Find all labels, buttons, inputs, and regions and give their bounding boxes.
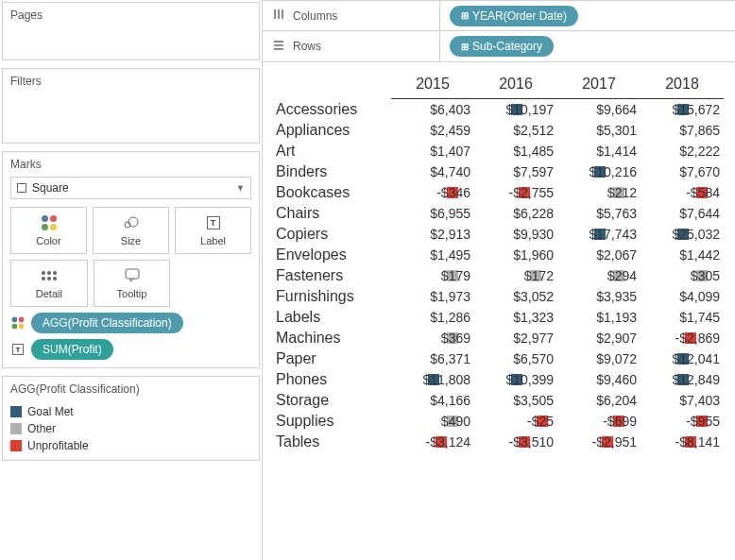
data-cell[interactable]: $2,459 <box>391 120 474 141</box>
row-header[interactable]: Machines <box>274 328 391 348</box>
data-cell[interactable]: $9,930 <box>474 224 557 245</box>
data-cell[interactable]: $6,955 <box>391 203 474 224</box>
column-header[interactable]: 2018 <box>641 72 724 99</box>
data-cell[interactable]: -$8,141 <box>641 432 724 452</box>
data-cell[interactable]: $9,072 <box>557 348 641 369</box>
data-cell[interactable]: $305 <box>641 265 724 286</box>
column-header[interactable]: 2017 <box>557 72 641 99</box>
data-cell[interactable]: $4,099 <box>641 286 724 307</box>
row-header[interactable]: Phones <box>274 369 391 390</box>
data-cell[interactable]: $7,865 <box>641 120 724 141</box>
row-header[interactable]: Furnishings <box>274 286 391 307</box>
marks-size-button[interactable]: Size <box>93 207 169 254</box>
marks-tooltip-button[interactable]: Tooltip <box>94 260 171 307</box>
marks-color-button[interactable]: Color <box>10 207 87 254</box>
data-cell[interactable]: $172 <box>474 265 557 286</box>
data-cell[interactable]: -$2,755 <box>474 182 557 203</box>
label-encoding-pill[interactable]: SUM(Profit) <box>31 339 113 360</box>
mark-type-select[interactable]: Square ▼ <box>10 177 251 199</box>
columns-shelf[interactable]: Columns ⊞YEAR(Order Date) <box>263 0 735 31</box>
row-header[interactable]: Storage <box>274 390 391 411</box>
data-cell[interactable]: $2,067 <box>557 245 641 265</box>
column-header[interactable]: 2016 <box>474 72 557 99</box>
data-cell[interactable]: $2,512 <box>474 120 557 141</box>
data-cell[interactable]: $1,745 <box>641 307 724 328</box>
row-header[interactable]: Tables <box>274 432 391 452</box>
row-header[interactable]: Fasteners <box>274 265 391 286</box>
row-header[interactable]: Accessories <box>274 99 391 120</box>
data-cell[interactable]: $15,672 <box>641 99 724 120</box>
data-cell[interactable]: -$584 <box>641 182 724 203</box>
data-cell[interactable]: $17,743 <box>557 224 641 245</box>
data-cell[interactable]: $7,670 <box>641 161 724 182</box>
column-header[interactable]: 2015 <box>391 72 474 99</box>
row-header[interactable]: Paper <box>274 348 391 369</box>
row-header[interactable]: Art <box>274 141 391 161</box>
data-cell[interactable]: $3,935 <box>557 286 641 307</box>
marks-label-button[interactable]: T Label <box>175 207 251 254</box>
data-cell[interactable]: -$699 <box>557 411 641 432</box>
data-cell[interactable]: $7,403 <box>641 390 724 411</box>
data-cell[interactable]: -$2,869 <box>641 328 724 348</box>
data-cell[interactable]: $1,485 <box>474 141 557 161</box>
data-cell[interactable]: $9,460 <box>557 369 641 390</box>
row-header[interactable]: Binders <box>274 161 391 182</box>
data-cell[interactable]: -$955 <box>641 411 724 432</box>
data-cell[interactable]: $369 <box>391 328 474 348</box>
data-cell[interactable]: $6,204 <box>557 390 641 411</box>
data-cell[interactable]: $2,222 <box>641 141 724 161</box>
marks-detail-button[interactable]: Detail <box>10 260 88 307</box>
data-cell[interactable]: $5,763 <box>557 203 641 224</box>
row-header[interactable]: Copiers <box>274 224 391 245</box>
row-header[interactable]: Envelopes <box>274 245 391 265</box>
data-cell[interactable]: $25,032 <box>641 224 724 245</box>
data-cell[interactable]: $6,403 <box>391 99 474 120</box>
data-cell[interactable]: $2,913 <box>391 224 474 245</box>
data-cell[interactable]: $179 <box>391 265 474 286</box>
data-cell[interactable]: $1,442 <box>641 245 724 265</box>
data-cell[interactable]: $6,570 <box>474 348 557 369</box>
data-cell[interactable]: $2,977 <box>474 328 557 348</box>
data-cell[interactable]: $12,041 <box>641 348 724 369</box>
row-header[interactable]: Labels <box>274 307 391 328</box>
data-cell[interactable]: $1,193 <box>557 307 641 328</box>
data-cell[interactable]: -$2,951 <box>557 432 641 452</box>
row-header[interactable]: Appliances <box>274 120 391 141</box>
data-cell[interactable]: $212 <box>557 182 641 203</box>
data-cell[interactable]: -$3,510 <box>474 432 557 452</box>
data-cell[interactable]: $5,301 <box>557 120 641 141</box>
data-cell[interactable]: $1,414 <box>557 141 641 161</box>
data-cell[interactable]: $3,505 <box>474 390 557 411</box>
row-header[interactable]: Supplies <box>274 411 391 432</box>
legend-item[interactable]: Unprofitable <box>10 439 251 452</box>
rows-shelf[interactable]: Rows ⊞Sub-Category <box>263 31 735 62</box>
data-cell[interactable]: $294 <box>557 265 641 286</box>
data-cell[interactable]: $7,597 <box>474 161 557 182</box>
data-cell[interactable]: $11,808 <box>391 369 474 390</box>
data-cell[interactable]: $1,323 <box>474 307 557 328</box>
data-cell[interactable]: $1,973 <box>391 286 474 307</box>
data-cell[interactable]: -$3,124 <box>391 432 474 452</box>
data-cell[interactable]: $10,399 <box>474 369 557 390</box>
data-cell[interactable]: $4,740 <box>391 161 474 182</box>
data-cell[interactable]: $2,907 <box>557 328 641 348</box>
data-cell[interactable]: $6,228 <box>474 203 557 224</box>
filters-card[interactable]: Filters <box>2 68 260 144</box>
data-cell[interactable]: -$25 <box>474 411 557 432</box>
columns-pill[interactable]: ⊞YEAR(Order Date) <box>450 6 578 26</box>
data-cell[interactable]: -$346 <box>391 182 474 203</box>
pages-card[interactable]: Pages <box>2 2 260 60</box>
row-header[interactable]: Chairs <box>274 203 391 224</box>
data-cell[interactable]: $10,216 <box>557 161 641 182</box>
data-cell[interactable]: $4,166 <box>391 390 474 411</box>
data-cell[interactable]: $3,052 <box>474 286 557 307</box>
row-header[interactable]: Bookcases <box>274 182 391 203</box>
data-cell[interactable]: $1,407 <box>391 141 474 161</box>
data-cell[interactable]: $1,286 <box>391 307 474 328</box>
data-cell[interactable]: $12,849 <box>641 369 724 390</box>
legend-item[interactable]: Goal Met <box>10 405 251 418</box>
data-cell[interactable]: $1,960 <box>474 245 557 265</box>
data-cell[interactable]: $10,197 <box>474 99 557 120</box>
data-cell[interactable]: $1,495 <box>391 245 474 265</box>
data-cell[interactable]: $490 <box>391 411 474 432</box>
